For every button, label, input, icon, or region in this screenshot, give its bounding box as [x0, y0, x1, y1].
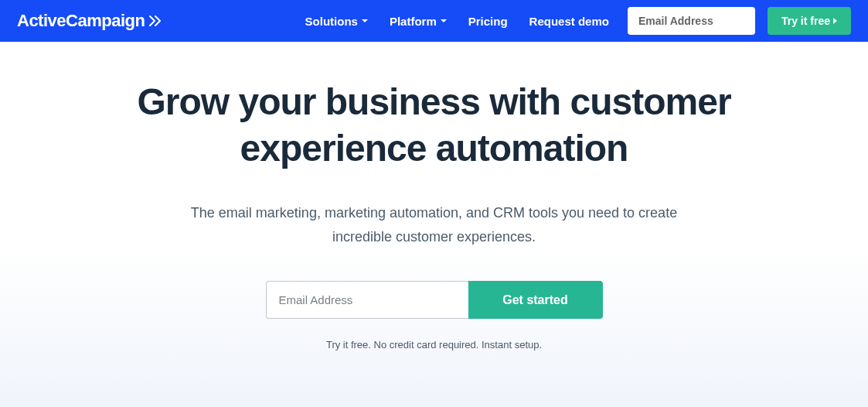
brand-name: ActiveCampaign: [17, 11, 145, 31]
hero-title: Grow your business with customer experie…: [98, 79, 771, 172]
brand-arrows-icon: [149, 15, 163, 26]
caret-down-icon: [441, 19, 447, 22]
nav-platform-label: Platform: [390, 15, 437, 28]
hero-note: Try it free. No credit card required. In…: [0, 339, 868, 351]
nav-right: Solutions Platform Pricing Request demo …: [305, 7, 851, 35]
header-email-input[interactable]: [628, 7, 755, 35]
try-it-free-button[interactable]: Try it free: [768, 7, 851, 35]
get-started-button[interactable]: Get started: [468, 281, 603, 319]
nav-solutions-label: Solutions: [305, 15, 358, 28]
try-it-free-label: Try it free: [781, 15, 830, 27]
hero-form: Get started: [0, 281, 868, 319]
caret-right-icon: [833, 18, 837, 24]
nav-pricing-label: Pricing: [468, 15, 508, 28]
hero-subtitle: The email marketing, marketing automatio…: [179, 201, 689, 248]
nav-platform[interactable]: Platform: [390, 15, 447, 28]
nav-pricing[interactable]: Pricing: [468, 15, 508, 28]
nav-solutions[interactable]: Solutions: [305, 15, 368, 28]
nav-request-demo[interactable]: Request demo: [529, 15, 609, 28]
hero-email-input[interactable]: [266, 281, 468, 319]
nav-request-demo-label: Request demo: [529, 15, 609, 28]
hero: Grow your business with customer experie…: [0, 42, 868, 351]
brand-logo[interactable]: ActiveCampaign: [17, 11, 163, 31]
top-header: ActiveCampaign Solutions Platform Pricin…: [0, 0, 868, 42]
nav-links: Solutions Platform Pricing Request demo: [305, 15, 609, 28]
caret-down-icon: [362, 19, 368, 22]
